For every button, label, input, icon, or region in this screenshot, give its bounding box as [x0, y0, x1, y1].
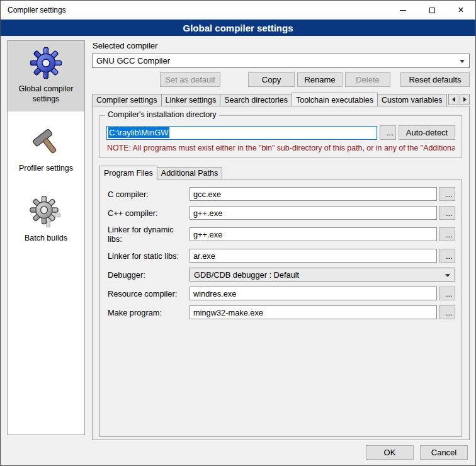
field-row-debugger: Debugger: GDB/CDB debugger : Default: [108, 268, 455, 281]
cpp-compiler-label: C++ compiler:: [108, 208, 190, 218]
cpp-compiler-input[interactable]: [190, 206, 437, 220]
resource-compiler-label: Resource compiler:: [108, 289, 190, 298]
ok-button[interactable]: OK: [366, 445, 414, 460]
selected-compiler-select[interactable]: GNU GCC Compiler: [92, 54, 470, 68]
tabs-clip: Compiler settings Linker settings Search…: [92, 93, 447, 106]
delete-button[interactable]: Delete: [345, 72, 390, 87]
gray-gear-stack-icon: [30, 196, 62, 229]
tab-scroll-buttons: [448, 94, 470, 105]
tab-search-directories[interactable]: Search directories: [220, 94, 292, 106]
linker-static-browse-button[interactable]: ...: [439, 249, 455, 263]
program-files-tabstrip: Program Files Additional Paths: [99, 166, 462, 179]
tab-scroll-left-button[interactable]: [448, 94, 458, 105]
linker-static-label: Linker for static libs:: [108, 251, 190, 261]
tab-build-options-clipped[interactable]: Buil: [446, 94, 447, 106]
toolchain-executables-panel: Compiler's installation directory C:\ray…: [92, 106, 470, 440]
install-dir-note: NOTE: All programs must exist either in …: [107, 144, 455, 152]
install-dir-row: C:\raylib\MinGW ... Auto-detect: [106, 125, 455, 140]
make-program-label: Make program:: [108, 308, 190, 317]
field-row-linker-dynamic: Linker for dynamic libs: ...: [108, 225, 455, 244]
make-program-input[interactable]: [190, 305, 437, 319]
c-compiler-label: C compiler:: [108, 190, 190, 199]
install-dir-groupbox: Compiler's installation directory C:\ray…: [99, 115, 462, 158]
chevron-down-icon: [460, 60, 465, 63]
sidebar-item-global-compiler-settings[interactable]: Global compiler settings: [8, 41, 84, 111]
window-title: Compiler settings: [8, 6, 66, 14]
linker-dynamic-browse-button[interactable]: ...: [439, 227, 455, 241]
install-dir-group-title: Compiler's installation directory: [105, 110, 219, 119]
chevron-down-icon: [445, 274, 450, 277]
sidebar-item-label: Profiler settings: [19, 164, 73, 174]
sidebar-item-profiler-settings[interactable]: Profiler settings: [8, 120, 84, 181]
tab-custom-variables[interactable]: Custom variables: [377, 94, 447, 106]
debugger-selected-value: GDB/CDB debugger : Default: [194, 270, 299, 280]
install-dir-selected-text: C:\raylib\MinGW: [108, 127, 169, 138]
reset-defaults-button[interactable]: Reset defaults: [400, 72, 470, 87]
rename-button[interactable]: Rename: [297, 72, 343, 87]
cpp-compiler-browse-button[interactable]: ...: [439, 206, 455, 220]
copy-button[interactable]: Copy: [248, 72, 295, 87]
tab-linker-settings[interactable]: Linker settings: [161, 94, 221, 106]
debugger-select[interactable]: GDB/CDB debugger : Default: [190, 268, 455, 281]
titlebar: Compiler settings ×: [1, 1, 475, 20]
resource-compiler-input[interactable]: [190, 287, 437, 300]
c-compiler-browse-button[interactable]: ...: [439, 187, 455, 201]
maximize-icon: [429, 8, 435, 13]
selected-compiler-value: GNU GCC Compiler: [96, 56, 170, 65]
install-dir-browse-button[interactable]: ...: [380, 125, 396, 140]
sidebar-item-label: Batch builds: [25, 234, 67, 244]
field-row-c-compiler: C compiler: ...: [108, 187, 455, 201]
close-icon: ×: [458, 5, 463, 15]
cancel-button[interactable]: Cancel: [420, 445, 468, 460]
tab-toolchain-executables[interactable]: Toolchain executables: [292, 93, 378, 106]
debugger-label: Debugger:: [108, 270, 190, 280]
arrow-left-icon: [452, 97, 455, 102]
compiler-actions: Set as default Copy Rename Delete Reset …: [92, 72, 470, 87]
caption-buttons: ×: [388, 1, 475, 20]
tab-additional-paths[interactable]: Additional Paths: [157, 167, 222, 179]
make-program-browse-button[interactable]: ...: [439, 305, 455, 319]
linker-dynamic-label: Linker for dynamic libs:: [108, 225, 190, 244]
blue-gear-icon: [30, 47, 62, 79]
tab-compiler-settings[interactable]: Compiler settings: [92, 94, 162, 106]
sidebar-item-batch-builds[interactable]: Batch builds: [8, 190, 84, 251]
main-content: Selected compiler GNU GCC Compiler Set a…: [92, 40, 470, 440]
minimize-icon: [400, 10, 406, 11]
close-button[interactable]: ×: [446, 1, 475, 20]
field-row-make-program: Make program: ...: [108, 305, 455, 319]
arrow-right-icon: [463, 97, 467, 102]
dialog-footer: OK Cancel: [366, 445, 468, 460]
settings-tabstrip: Compiler settings Linker settings Search…: [92, 93, 470, 106]
settings-category-sidebar: Global compiler settings Profiler settin…: [7, 40, 85, 435]
sidebar-item-label: Global compiler settings: [9, 84, 82, 104]
linker-dynamic-input[interactable]: [190, 227, 437, 241]
program-files-panel: C compiler: ... C++ compiler: ... Linker…: [99, 179, 462, 437]
c-compiler-input[interactable]: [190, 187, 437, 201]
maximize-button[interactable]: [417, 1, 446, 20]
resource-compiler-browse-button[interactable]: ...: [439, 287, 455, 300]
compiler-settings-window: Compiler settings × Global compiler sett…: [0, 0, 476, 466]
tab-program-files[interactable]: Program Files: [99, 166, 157, 179]
field-row-linker-static: Linker for static libs: ...: [108, 249, 455, 263]
field-row-resource-compiler: Resource compiler: ...: [108, 287, 455, 300]
install-dir-input[interactable]: C:\raylib\MinGW: [106, 126, 377, 140]
tab-scroll-right-button[interactable]: [460, 94, 470, 105]
dialog-header: Global compiler settings: [1, 20, 475, 36]
profiler-hammer-icon: [30, 126, 62, 159]
auto-detect-button[interactable]: Auto-detect: [399, 125, 455, 140]
linker-static-input[interactable]: [190, 249, 437, 263]
minimize-button[interactable]: [388, 1, 417, 20]
field-row-cpp-compiler: C++ compiler: ...: [108, 206, 455, 220]
selected-compiler-label: Selected compiler: [93, 41, 470, 50]
set-as-default-button[interactable]: Set as default: [160, 72, 220, 87]
